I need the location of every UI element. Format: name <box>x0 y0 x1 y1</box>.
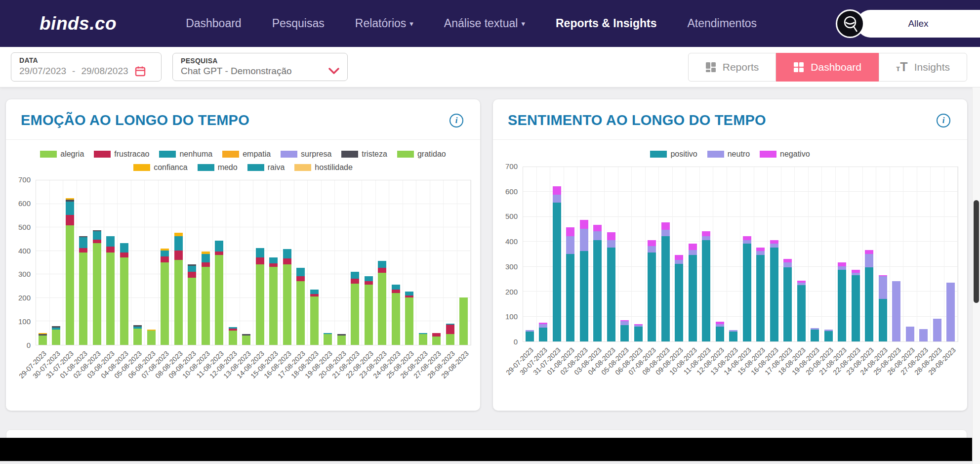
bar-15-08-2023[interactable] <box>269 257 278 345</box>
bar-17-08-2023[interactable] <box>783 259 792 341</box>
bar-29-08-2023[interactable] <box>459 297 468 345</box>
bar-18-08-2023[interactable] <box>310 290 319 345</box>
legend-item-tristeza[interactable]: tristeza <box>341 150 387 159</box>
legend-item-gratidao[interactable]: gratidao <box>397 150 446 159</box>
bar-14-08-2023[interactable] <box>256 248 264 345</box>
bar-05-08-2023[interactable] <box>133 325 142 345</box>
bar-26-08-2023[interactable] <box>906 327 914 341</box>
legend-item-surpresa[interactable]: surpresa <box>281 150 331 159</box>
date-from-value[interactable]: 29/07/2023 <box>19 66 66 77</box>
date-to-value[interactable]: 29/08/2023 <box>81 66 128 77</box>
bar-03-08-2023[interactable] <box>593 225 602 341</box>
bar-19-08-2023[interactable] <box>324 333 332 345</box>
bar-13-08-2023[interactable] <box>242 334 250 345</box>
page-scrollbar-track[interactable] <box>972 87 980 464</box>
bar-24-08-2023[interactable] <box>392 285 400 345</box>
bar-30-07-2023[interactable] <box>52 326 60 345</box>
legend-item-empatia[interactable]: empatia <box>222 150 271 159</box>
chevron-down-icon[interactable] <box>328 68 339 75</box>
bar-07-08-2023[interactable] <box>648 240 656 341</box>
bar-12-08-2023[interactable] <box>229 327 237 345</box>
bar-10-08-2023[interactable] <box>202 252 210 345</box>
bar-06-08-2023[interactable] <box>147 330 156 345</box>
bar-06-08-2023[interactable] <box>634 324 643 341</box>
nav-item-analise-textual[interactable]: Análise textual▾ <box>444 17 525 30</box>
bar-03-08-2023[interactable] <box>106 236 115 345</box>
reports-view-button[interactable]: Reports <box>688 53 776 82</box>
bar-14-08-2023[interactable] <box>743 236 751 341</box>
legend-item-negativo[interactable]: negativo <box>760 150 810 159</box>
nav-item-relatorios[interactable]: Relatórios▾ <box>355 17 413 30</box>
legend-item-alegria[interactable]: alegria <box>40 150 84 159</box>
bar-15-08-2023[interactable] <box>756 248 765 341</box>
bar-12-08-2023[interactable] <box>716 322 724 341</box>
bar-31-07-2023[interactable] <box>553 186 561 341</box>
bar-01-08-2023[interactable] <box>79 236 87 345</box>
bar-23-08-2023[interactable] <box>378 261 386 345</box>
nav-item-atendimentos[interactable]: Atendimentos <box>687 17 757 30</box>
bar-05-08-2023[interactable] <box>620 320 629 341</box>
bar-30-07-2023[interactable] <box>539 323 547 341</box>
bar-25-08-2023[interactable] <box>892 281 900 341</box>
bar-27-08-2023[interactable] <box>432 333 441 345</box>
bar-07-08-2023[interactable] <box>161 249 169 345</box>
bar-29-07-2023[interactable] <box>526 330 534 341</box>
nav-item-dashboard[interactable]: Dashboard <box>186 17 242 30</box>
user-chip[interactable]: Allex <box>836 9 980 38</box>
bar-04-08-2023[interactable] <box>607 232 615 341</box>
info-icon[interactable]: i <box>937 114 950 127</box>
bar-22-08-2023[interactable] <box>852 270 860 341</box>
bar-23-08-2023[interactable] <box>865 250 873 341</box>
insights-view-button[interactable]: тT Insights <box>879 53 967 82</box>
info-icon[interactable]: i <box>449 114 463 127</box>
bar-27-08-2023[interactable] <box>919 329 928 341</box>
bar-29-08-2023[interactable] <box>946 283 955 341</box>
bar-09-08-2023[interactable] <box>675 255 683 341</box>
bar-17-08-2023[interactable] <box>296 268 305 345</box>
survey-select-field[interactable]: PESQUISA Chat GPT - Demonstração <box>172 53 348 81</box>
dashboard-view-button[interactable]: Dashboard <box>776 53 879 82</box>
legend-item-medo[interactable]: medo <box>198 163 238 172</box>
bar-13-08-2023[interactable] <box>729 330 737 341</box>
bar-09-08-2023[interactable] <box>188 264 196 345</box>
legend-item-confianca[interactable]: confianca <box>133 163 188 172</box>
legend-item-neutro[interactable]: neutro <box>707 150 750 159</box>
nav-item-pesquisas[interactable]: Pesquisas <box>272 17 325 30</box>
bar-25-08-2023[interactable] <box>405 292 413 345</box>
bar-11-08-2023[interactable] <box>215 241 223 345</box>
bar-08-08-2023[interactable] <box>661 222 670 341</box>
bar-20-08-2023[interactable] <box>337 334 346 345</box>
bar-28-08-2023[interactable] <box>446 324 454 345</box>
bar-21-08-2023[interactable] <box>351 272 359 345</box>
survey-selected-value[interactable]: Chat GPT - Demonstração <box>181 66 292 77</box>
bar-29-07-2023[interactable] <box>39 333 47 345</box>
user-name-pill[interactable]: Allex <box>857 10 980 38</box>
bar-24-08-2023[interactable] <box>879 275 887 341</box>
nav-item-reports-insights[interactable]: Reports & Insights <box>556 17 656 30</box>
bar-26-08-2023[interactable] <box>419 333 427 345</box>
date-range-field[interactable]: DATA 29/07/2023 - 29/08/2023 <box>11 52 162 82</box>
legend-item-nenhuma[interactable]: nenhuma <box>159 150 212 159</box>
bar-11-08-2023[interactable] <box>702 231 710 341</box>
legend-item-raiva[interactable]: raiva <box>247 163 285 172</box>
bar-01-08-2023[interactable] <box>566 227 574 341</box>
page-scrollbar-thumb[interactable] <box>974 200 979 303</box>
legend-item-frustracao[interactable]: frustracao <box>94 150 149 159</box>
bar-16-08-2023[interactable] <box>283 249 291 345</box>
bar-16-08-2023[interactable] <box>770 240 778 341</box>
bar-28-08-2023[interactable] <box>933 319 941 341</box>
legend-item-positivo[interactable]: positivo <box>650 150 697 159</box>
bar-02-08-2023[interactable] <box>93 230 101 345</box>
calendar-icon[interactable] <box>134 65 146 77</box>
legend-item-hostilidade[interactable]: hostilidade <box>294 163 353 172</box>
bar-02-08-2023[interactable] <box>580 220 588 341</box>
bar-20-08-2023[interactable] <box>824 330 833 341</box>
bar-21-08-2023[interactable] <box>838 262 846 341</box>
bar-22-08-2023[interactable] <box>365 276 373 345</box>
bar-04-08-2023[interactable] <box>120 243 128 345</box>
avatar[interactable] <box>836 9 864 38</box>
bar-18-08-2023[interactable] <box>797 281 806 341</box>
bar-31-07-2023[interactable] <box>66 198 74 345</box>
bar-10-08-2023[interactable] <box>689 244 697 341</box>
bar-08-08-2023[interactable] <box>174 233 183 345</box>
